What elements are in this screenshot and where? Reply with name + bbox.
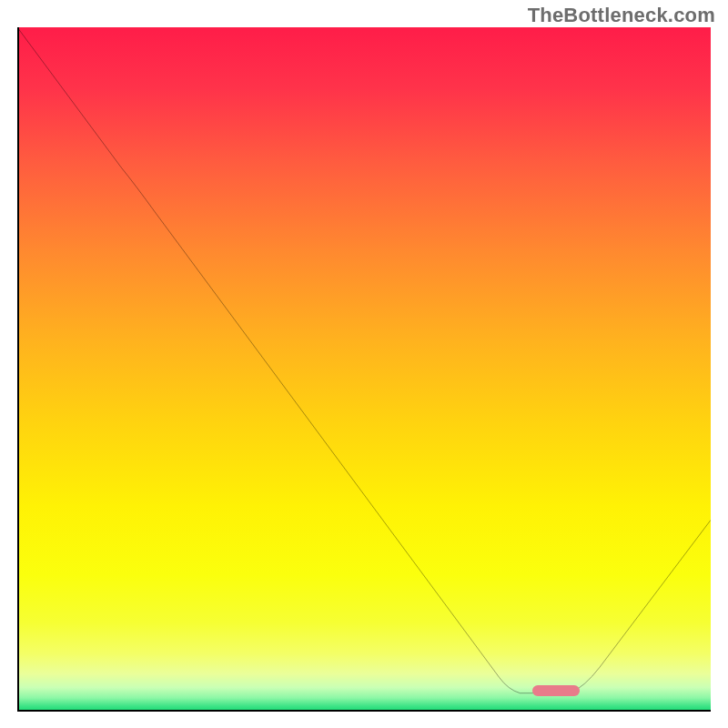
plot-area bbox=[17, 27, 711, 712]
optimal-range-marker bbox=[532, 685, 580, 696]
bottleneck-curve bbox=[17, 27, 711, 712]
chart-container: TheBottleneck.com bbox=[0, 0, 728, 728]
watermark-text: TheBottleneck.com bbox=[528, 4, 715, 27]
